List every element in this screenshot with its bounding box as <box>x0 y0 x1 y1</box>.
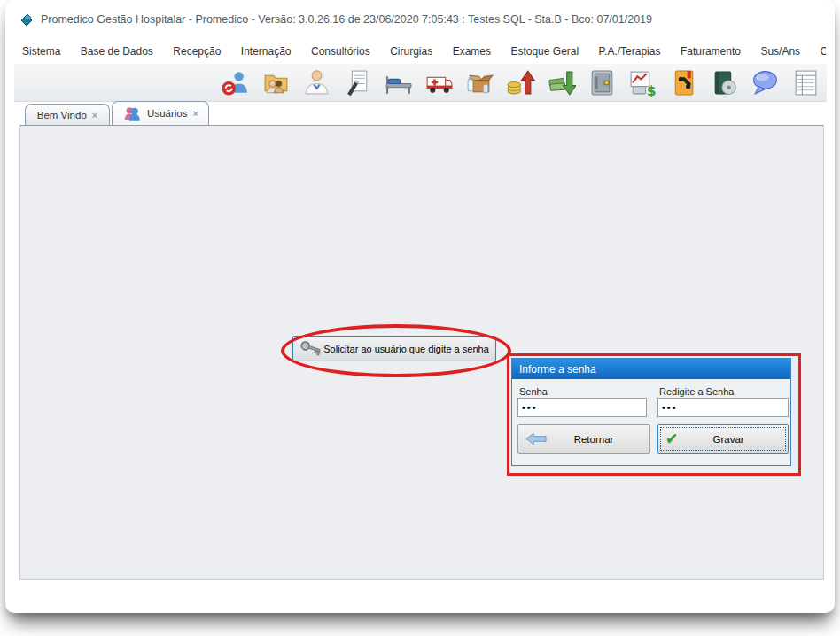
dialog-gravar-button[interactable]: ✔ Gravar <box>657 424 789 454</box>
users-folder-icon[interactable] <box>261 67 292 98</box>
toolbar: $ <box>14 64 827 102</box>
money-down-icon[interactable] <box>546 67 577 98</box>
dialog-retornar-button[interactable]: Retornar <box>517 424 650 454</box>
chat-icon[interactable] <box>750 67 781 98</box>
window-title: Promedico Gestão Hospitalar - Promedico … <box>41 13 652 26</box>
manual-book-icon[interactable] <box>709 67 740 98</box>
tab-bar: Bem Vindo × Usuários × <box>19 100 824 125</box>
menu-caixa[interactable]: Caixa <box>813 43 826 60</box>
senha-input[interactable] <box>517 398 647 417</box>
menu-recepcao[interactable]: Recepção <box>165 43 229 60</box>
report-icon[interactable] <box>790 67 821 98</box>
contract-icon[interactable] <box>342 67 373 98</box>
check-icon: ✔ <box>665 431 678 446</box>
tab-usuarios[interactable]: Usuários × <box>112 101 209 125</box>
menu-sus-ans[interactable]: Sus/Ans <box>752 43 808 60</box>
menu-pa-terapias[interactable]: P.A./Terapias <box>591 43 669 60</box>
tab-usuarios-close-icon[interactable]: × <box>192 108 198 119</box>
senha-dialog: Informe a senha Senha Redigite a Senha R… <box>511 358 791 466</box>
senha-label: Senha <box>519 386 548 397</box>
menu-internacao[interactable]: Internação <box>233 43 299 60</box>
redigite-label: Redigite a Senha <box>659 386 734 397</box>
stock-box-icon[interactable] <box>464 67 495 98</box>
svg-text:$: $ <box>647 82 657 97</box>
users-sync-icon[interactable] <box>220 67 251 98</box>
dialog-retornar-label: Retornar <box>547 434 641 445</box>
menu-exames[interactable]: Exames <box>445 43 499 60</box>
menu-sistema[interactable]: Sistema <box>14 43 68 60</box>
dialog-gravar-label: Gravar <box>678 434 779 445</box>
red-ellipse-annotation <box>281 324 511 377</box>
left-arrow-icon <box>525 432 547 446</box>
users-icon <box>122 106 142 121</box>
ambulance-icon[interactable] <box>424 67 455 98</box>
redigite-input[interactable] <box>657 398 789 417</box>
menu-bar: Sistema Base de Dados Recepção Internaçã… <box>14 43 826 62</box>
tab-bem-vindo-close-icon[interactable]: × <box>92 110 97 120</box>
tab-usuarios-label: Usuários <box>147 108 187 119</box>
safe-icon[interactable] <box>587 67 618 98</box>
money-up-icon[interactable] <box>505 67 536 98</box>
menu-base-de-dados[interactable]: Base de Dados <box>73 43 161 60</box>
senha-dialog-title: Informe a senha <box>512 359 790 379</box>
screenshot-stage: Promedico Gestão Hospitalar - Promedico … <box>0 0 840 636</box>
menu-cirurgias[interactable]: Cirurgias <box>382 43 440 60</box>
menu-consultorios[interactable]: Consultórios <box>303 43 378 60</box>
tab-bem-vindo[interactable]: Bem Vindo × <box>25 104 110 125</box>
finance-chart-icon[interactable]: $ <box>627 67 658 98</box>
title-bar: Promedico Gestão Hospitalar - Promedico … <box>19 9 821 30</box>
phone-book-icon[interactable] <box>668 67 699 98</box>
app-logo-icon <box>19 12 34 27</box>
menu-estoque-geral[interactable]: Estoque Geral <box>502 43 587 60</box>
doctor-icon[interactable] <box>301 67 332 98</box>
menu-faturamento[interactable]: Faturamento <box>673 43 749 60</box>
tab-bem-vindo-label: Bem Vindo <box>37 110 87 120</box>
hospital-bed-icon[interactable] <box>383 67 414 98</box>
